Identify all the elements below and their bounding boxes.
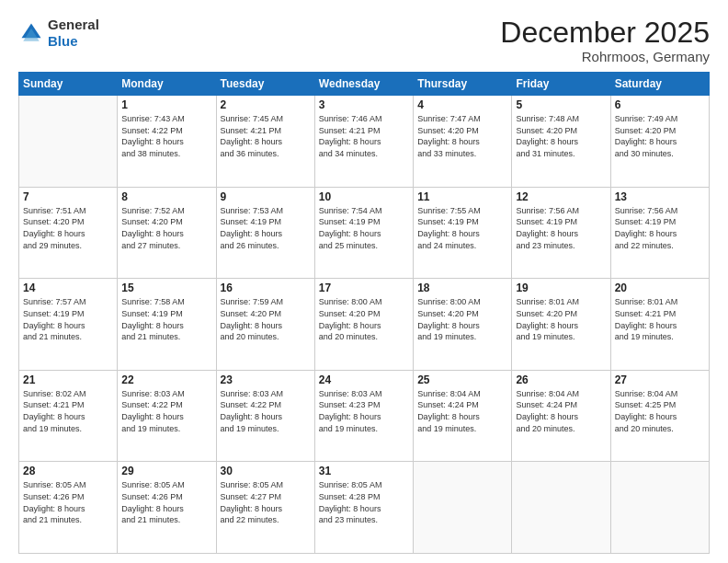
- day-number: 17: [319, 282, 409, 294]
- col-thursday: Thursday: [414, 73, 512, 96]
- table-cell: 3Sunrise: 7:46 AMSunset: 4:21 PMDaylight…: [314, 96, 413, 188]
- day-info: Sunrise: 8:03 AMSunset: 4:22 PMDaylight:…: [121, 388, 211, 434]
- day-info: Sunrise: 8:03 AMSunset: 4:23 PMDaylight:…: [319, 388, 409, 434]
- day-info: Sunrise: 8:05 AMSunset: 4:27 PMDaylight:…: [221, 479, 311, 525]
- day-number: 1: [121, 98, 211, 111]
- logo: General Blue: [18, 17, 99, 50]
- table-cell: [610, 462, 709, 554]
- table-cell: 29Sunrise: 8:05 AMSunset: 4:26 PMDayligh…: [118, 462, 216, 554]
- day-info: Sunrise: 8:04 AMSunset: 4:25 PMDaylight:…: [615, 388, 705, 434]
- day-number: 27: [615, 373, 705, 386]
- title-block: December 2025 Rohrmoos, Germany: [500, 17, 710, 64]
- day-info: Sunrise: 8:04 AMSunset: 4:24 PMDaylight:…: [417, 388, 507, 434]
- day-number: 20: [615, 282, 705, 294]
- day-number: 10: [319, 190, 409, 203]
- table-cell: [414, 462, 512, 554]
- header-row: Sunday Monday Tuesday Wednesday Thursday…: [19, 73, 710, 96]
- day-number: 11: [417, 190, 507, 203]
- table-cell: 31Sunrise: 8:05 AMSunset: 4:28 PMDayligh…: [314, 462, 413, 554]
- table-cell: 12Sunrise: 7:56 AMSunset: 4:19 PMDayligh…: [512, 187, 610, 279]
- day-info: Sunrise: 7:48 AMSunset: 4:20 PMDaylight:…: [516, 113, 606, 159]
- table-cell: 6Sunrise: 7:49 AMSunset: 4:20 PMDaylight…: [610, 96, 709, 188]
- table-cell: 17Sunrise: 8:00 AMSunset: 4:20 PMDayligh…: [314, 279, 413, 371]
- day-info: Sunrise: 7:56 AMSunset: 4:19 PMDaylight:…: [516, 205, 606, 251]
- day-number: 26: [516, 373, 606, 386]
- day-info: Sunrise: 7:47 AMSunset: 4:20 PMDaylight:…: [417, 113, 507, 159]
- day-number: 28: [23, 465, 113, 477]
- day-info: Sunrise: 7:54 AMSunset: 4:19 PMDaylight:…: [319, 205, 409, 251]
- table-cell: 25Sunrise: 8:04 AMSunset: 4:24 PMDayligh…: [414, 370, 512, 462]
- day-number: 8: [121, 190, 211, 203]
- day-number: 15: [121, 282, 211, 294]
- day-info: Sunrise: 7:49 AMSunset: 4:20 PMDaylight:…: [615, 113, 705, 159]
- day-number: 14: [23, 282, 113, 294]
- day-number: 6: [615, 98, 705, 111]
- table-cell: 24Sunrise: 8:03 AMSunset: 4:23 PMDayligh…: [314, 370, 413, 462]
- table-cell: 5Sunrise: 7:48 AMSunset: 4:20 PMDaylight…: [512, 96, 610, 188]
- day-number: 21: [23, 373, 113, 386]
- logo-text: General Blue: [48, 17, 99, 50]
- day-number: 3: [319, 98, 409, 111]
- location: Rohrmoos, Germany: [500, 49, 710, 64]
- header: General Blue December 2025 Rohrmoos, Ger…: [18, 17, 710, 64]
- table-cell: 22Sunrise: 8:03 AMSunset: 4:22 PMDayligh…: [118, 370, 216, 462]
- page: General Blue December 2025 Rohrmoos, Ger…: [0, 0, 728, 563]
- logo-blue: Blue: [48, 33, 78, 49]
- week-row-2: 7Sunrise: 7:51 AMSunset: 4:20 PMDaylight…: [19, 187, 710, 279]
- table-cell: 2Sunrise: 7:45 AMSunset: 4:21 PMDaylight…: [216, 96, 314, 188]
- col-tuesday: Tuesday: [216, 73, 314, 96]
- day-info: Sunrise: 8:05 AMSunset: 4:26 PMDaylight:…: [121, 479, 211, 525]
- table-cell: 16Sunrise: 7:59 AMSunset: 4:20 PMDayligh…: [216, 279, 314, 371]
- day-number: 2: [221, 98, 311, 111]
- day-info: Sunrise: 8:01 AMSunset: 4:21 PMDaylight:…: [615, 296, 705, 342]
- day-number: 18: [417, 282, 507, 294]
- week-row-3: 14Sunrise: 7:57 AMSunset: 4:19 PMDayligh…: [19, 279, 710, 371]
- table-cell: 18Sunrise: 8:00 AMSunset: 4:20 PMDayligh…: [414, 279, 512, 371]
- day-number: 12: [516, 190, 606, 203]
- day-number: 29: [121, 465, 211, 477]
- day-info: Sunrise: 7:51 AMSunset: 4:20 PMDaylight:…: [23, 205, 113, 251]
- day-info: Sunrise: 7:57 AMSunset: 4:19 PMDaylight:…: [23, 296, 113, 342]
- week-row-5: 28Sunrise: 8:05 AMSunset: 4:26 PMDayligh…: [19, 462, 710, 554]
- day-number: 13: [615, 190, 705, 203]
- day-info: Sunrise: 7:55 AMSunset: 4:19 PMDaylight:…: [417, 205, 507, 251]
- table-cell: 1Sunrise: 7:43 AMSunset: 4:22 PMDaylight…: [118, 96, 216, 188]
- day-info: Sunrise: 7:46 AMSunset: 4:21 PMDaylight:…: [319, 113, 409, 159]
- table-cell: [19, 96, 118, 188]
- table-cell: 30Sunrise: 8:05 AMSunset: 4:27 PMDayligh…: [216, 462, 314, 554]
- day-number: 19: [516, 282, 606, 294]
- table-cell: 27Sunrise: 8:04 AMSunset: 4:25 PMDayligh…: [610, 370, 709, 462]
- day-number: 16: [221, 282, 311, 294]
- calendar-table: Sunday Monday Tuesday Wednesday Thursday…: [18, 72, 710, 554]
- day-info: Sunrise: 8:04 AMSunset: 4:24 PMDaylight:…: [516, 388, 606, 434]
- day-number: 24: [319, 373, 409, 386]
- day-info: Sunrise: 7:53 AMSunset: 4:19 PMDaylight:…: [221, 205, 311, 251]
- day-info: Sunrise: 7:58 AMSunset: 4:19 PMDaylight:…: [121, 296, 211, 342]
- col-friday: Friday: [512, 73, 610, 96]
- table-cell: 8Sunrise: 7:52 AMSunset: 4:20 PMDaylight…: [118, 187, 216, 279]
- month-title: December 2025: [500, 17, 710, 49]
- table-cell: 19Sunrise: 8:01 AMSunset: 4:20 PMDayligh…: [512, 279, 610, 371]
- day-number: 4: [417, 98, 507, 111]
- col-monday: Monday: [118, 73, 216, 96]
- day-number: 23: [221, 373, 311, 386]
- table-cell: 28Sunrise: 8:05 AMSunset: 4:26 PMDayligh…: [19, 462, 118, 554]
- table-cell: 23Sunrise: 8:03 AMSunset: 4:22 PMDayligh…: [216, 370, 314, 462]
- day-info: Sunrise: 8:05 AMSunset: 4:28 PMDaylight:…: [319, 479, 409, 525]
- table-cell: 26Sunrise: 8:04 AMSunset: 4:24 PMDayligh…: [512, 370, 610, 462]
- week-row-4: 21Sunrise: 8:02 AMSunset: 4:21 PMDayligh…: [19, 370, 710, 462]
- table-cell: [512, 462, 610, 554]
- day-number: 31: [319, 465, 409, 477]
- day-info: Sunrise: 7:43 AMSunset: 4:22 PMDaylight:…: [121, 113, 211, 159]
- col-wednesday: Wednesday: [314, 73, 413, 96]
- table-cell: 9Sunrise: 7:53 AMSunset: 4:19 PMDaylight…: [216, 187, 314, 279]
- day-info: Sunrise: 8:00 AMSunset: 4:20 PMDaylight:…: [417, 296, 507, 342]
- table-cell: 11Sunrise: 7:55 AMSunset: 4:19 PMDayligh…: [414, 187, 512, 279]
- col-sunday: Sunday: [19, 73, 118, 96]
- day-number: 9: [221, 190, 311, 203]
- table-cell: 14Sunrise: 7:57 AMSunset: 4:19 PMDayligh…: [19, 279, 118, 371]
- table-cell: 20Sunrise: 8:01 AMSunset: 4:21 PMDayligh…: [610, 279, 709, 371]
- day-number: 22: [121, 373, 211, 386]
- table-cell: 4Sunrise: 7:47 AMSunset: 4:20 PMDaylight…: [414, 96, 512, 188]
- day-info: Sunrise: 8:03 AMSunset: 4:22 PMDaylight:…: [221, 388, 311, 434]
